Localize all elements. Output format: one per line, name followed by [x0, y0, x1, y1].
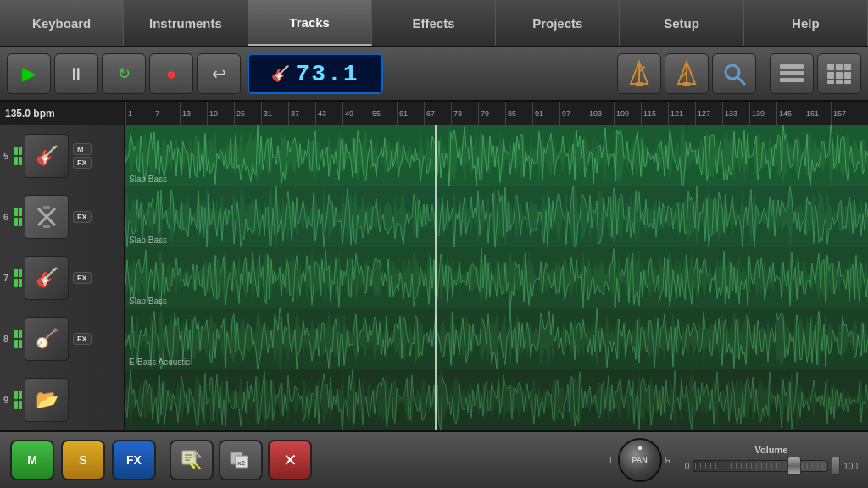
- track-faders-7: [14, 269, 22, 287]
- grid-view-icon: [826, 62, 853, 86]
- track-header-9[interactable]: 9 📂: [0, 369, 124, 430]
- track-fx-badge-7[interactable]: FX: [73, 272, 92, 284]
- svg-rect-25: [43, 225, 50, 228]
- track-lanes: Slap Bass Slap Bass Slap Bass E-Bass Aco…: [125, 125, 868, 430]
- ruler-mark-145: 145: [776, 102, 804, 125]
- volume-tick-area: [695, 463, 826, 469]
- ruler-mark-43: 43: [315, 102, 342, 125]
- ruler-mark-127: 127: [695, 102, 722, 125]
- ruler-mark-19: 19: [207, 102, 234, 125]
- volume-max-label: 100: [843, 462, 858, 471]
- track-instrument-icon-8: 🪕: [25, 317, 69, 361]
- waveform-8: [125, 308, 868, 369]
- svg-rect-12: [780, 78, 804, 82]
- svg-rect-14: [836, 64, 843, 70]
- track-instrument-icon-9: 📂: [25, 378, 69, 422]
- pan-right-label: R: [665, 456, 671, 465]
- ruler-mark-31: 31: [261, 102, 288, 125]
- track-badges-5: M FX: [73, 143, 92, 169]
- track-header-7[interactable]: 7 🎸 FX: [0, 247, 124, 308]
- track-headers: 135.0 bpm 5 🎸 M FX 6 FX: [0, 102, 125, 430]
- tempo-button[interactable]: [665, 53, 709, 94]
- svg-rect-16: [827, 72, 834, 79]
- track-lane-7[interactable]: Slap Bass: [125, 247, 868, 308]
- pause-button[interactable]: ⏸: [54, 53, 98, 94]
- volume-slider-track[interactable]: [693, 460, 828, 472]
- track-fx-badge-5[interactable]: FX: [73, 157, 92, 169]
- main-area: 135.0 bpm 5 🎸 M FX 6 FX: [0, 102, 868, 430]
- track-faders-6: [14, 208, 22, 226]
- ruler-mark-49: 49: [342, 102, 370, 125]
- grid-view-button[interactable]: [817, 53, 861, 94]
- list-view-button[interactable]: [770, 53, 814, 94]
- nav-help[interactable]: Help: [744, 0, 868, 46]
- track-faders-9: [14, 391, 22, 409]
- volume-thumb[interactable]: [787, 457, 801, 475]
- ruler-mark-85: 85: [505, 102, 532, 125]
- search-button[interactable]: [712, 53, 756, 94]
- ruler-mark-133: 133: [722, 102, 749, 125]
- nav-instruments[interactable]: Instruments: [124, 0, 248, 46]
- timeline-area: 1713192531374349556167737985919710310911…: [125, 102, 868, 430]
- fx-button[interactable]: FX: [112, 440, 156, 480]
- svg-rect-17: [836, 72, 843, 79]
- pan-left-label: L: [609, 456, 615, 465]
- nav-tracks[interactable]: Tracks: [248, 0, 372, 46]
- volume-label: Volume: [754, 445, 787, 455]
- loop-button[interactable]: ↻: [102, 53, 146, 94]
- pan-indicator: [638, 446, 642, 450]
- svg-rect-21: [844, 80, 851, 84]
- metronome-icon: [627, 60, 651, 87]
- pan-text-label: PAN: [632, 456, 647, 464]
- svg-line-9: [737, 77, 744, 84]
- undo-button[interactable]: ↩: [197, 53, 241, 94]
- list-view-icon: [778, 62, 805, 86]
- record-button[interactable]: ●: [149, 53, 193, 94]
- duplicate-button[interactable]: x2: [219, 440, 263, 480]
- mute-button[interactable]: M: [10, 440, 54, 480]
- solo-button[interactable]: S: [61, 440, 105, 480]
- ruler-mark-139: 139: [749, 102, 776, 125]
- track-lane-8[interactable]: E-Bass Acoustic: [125, 308, 868, 369]
- action-buttons: x2 ✕: [170, 440, 312, 480]
- pan-section: L PAN R: [609, 438, 671, 482]
- track-lane-5[interactable]: Slap Bass: [125, 125, 868, 186]
- svg-rect-19: [827, 80, 834, 84]
- track-lane-9[interactable]: [125, 369, 868, 430]
- ruler-mark-25: 25: [234, 102, 261, 125]
- track-number-5: 5: [3, 151, 12, 161]
- timeline-ruler: 1713192531374349556167737985919710310911…: [125, 102, 868, 125]
- waveform-9: [125, 369, 868, 430]
- ruler-mark-91: 91: [532, 102, 559, 125]
- volume-min-label: 0: [685, 462, 690, 471]
- track-lane-6[interactable]: Slap Bass: [125, 186, 868, 247]
- nav-effects[interactable]: Effects: [372, 0, 496, 46]
- metronome-button[interactable]: [617, 53, 661, 94]
- track-header-8[interactable]: 8 🪕 FX: [0, 308, 124, 369]
- track-badges-8: FX: [73, 333, 92, 345]
- transport-display: 🎸 73.1: [248, 53, 383, 94]
- nav-setup[interactable]: Setup: [620, 0, 743, 46]
- nav-projects[interactable]: Projects: [496, 0, 620, 46]
- waveform-5: [125, 125, 868, 186]
- nav-keyboard[interactable]: Keyboard: [0, 0, 124, 46]
- ruler-mark-103: 103: [587, 102, 614, 125]
- ruler-mark-37: 37: [288, 102, 315, 125]
- track-mute-badge-5[interactable]: M: [73, 143, 92, 155]
- ruler-marks: 1713192531374349556167737985919710310911…: [125, 102, 858, 125]
- transport-position: 73.1: [295, 61, 359, 87]
- play-button[interactable]: ▶: [7, 53, 51, 94]
- pan-knob[interactable]: PAN: [618, 438, 662, 482]
- track-fx-badge-8[interactable]: FX: [73, 333, 92, 345]
- svg-rect-24: [43, 206, 50, 209]
- track-number-9: 9: [3, 395, 12, 405]
- track-badges-6: FX: [73, 211, 92, 223]
- track-header-6[interactable]: 6 FX: [0, 186, 124, 247]
- track-faders-5: [14, 147, 22, 165]
- edit-button[interactable]: [170, 440, 214, 480]
- bpm-display: 135.0 bpm: [0, 102, 124, 125]
- track-fx-badge-6[interactable]: FX: [73, 211, 92, 223]
- delete-button[interactable]: ✕: [268, 440, 312, 480]
- ruler-mark-61: 61: [397, 102, 424, 125]
- track-header-5[interactable]: 5 🎸 M FX: [0, 125, 124, 186]
